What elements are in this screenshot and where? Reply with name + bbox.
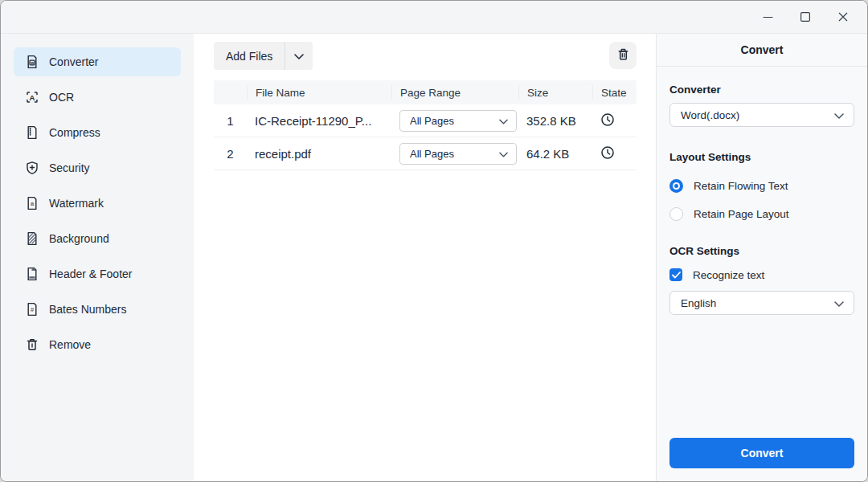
table-row[interactable]: 1 IC-Receipt-11290_P... All Pages 352.8 … [214,104,637,137]
header-page-range: Page Range [391,85,518,100]
chevron-down-icon [499,148,508,160]
row-file-name: receipt.pdf [247,147,391,161]
chevron-down-icon [834,109,844,121]
svg-text:A: A [30,93,35,102]
header-index [214,85,247,100]
converter-format-select[interactable]: Word(.docx) [669,103,854,127]
app-window: w Converter A OCR Compress S [0,0,868,482]
row-page-range-cell: All Pages [391,143,518,165]
sidebar-item-header-footer[interactable]: Header & Footer [14,259,181,288]
radio-label: Retain Page Layout [694,208,789,220]
row-size: 64.2 KB [518,147,592,161]
radio-unselected-icon[interactable] [669,207,683,221]
file-table: File Name Page Range Size State 1 IC-Rec… [214,80,637,170]
add-files-menu-arrow[interactable] [285,42,313,70]
page-range-select[interactable]: All Pages [399,110,517,132]
background-document-icon [24,231,40,247]
close-icon [838,12,848,22]
file-table-header: File Name Page Range Size State [214,80,637,104]
pending-clock-icon [600,145,615,162]
row-file-name: IC-Receipt-11290_P... [247,114,391,128]
sidebar-item-label: Security [49,161,90,174]
sidebar-item-watermark[interactable]: a Watermark [14,189,181,218]
sidebar-item-label: OCR [49,91,74,104]
minimize-icon [763,12,773,22]
recognize-text-label: Recognize text [693,269,764,281]
sidebar-item-security[interactable]: Security [14,153,181,182]
maximize-icon [800,12,810,22]
row-page-range-cell: All Pages [391,110,518,132]
radio-retain-page-layout[interactable]: Retain Page Layout [669,207,854,221]
svg-text:w: w [30,60,35,65]
trash-icon [24,337,40,353]
word-document-icon: w [24,54,40,70]
page-range-value: All Pages [410,115,454,127]
row-size: 352.8 KB [518,114,592,128]
file-list-area: Add Files File Name [194,34,656,482]
row-index: 2 [214,147,247,161]
convert-button[interactable]: Convert [669,438,854,468]
sidebar-item-label: Compress [49,126,100,139]
titlebar [1,1,867,34]
sidebar-item-compress[interactable]: Compress [14,118,181,147]
chevron-down-icon [499,115,508,127]
row-state [592,145,637,162]
chevron-down-icon [294,50,304,62]
close-button[interactable] [829,5,857,29]
converter-section-label: Converter [669,84,854,96]
panel-title: Convert [657,34,867,67]
header-footer-document-icon [24,266,40,282]
add-files-split-button[interactable]: Add Files [214,42,313,70]
pending-clock-icon [600,112,615,129]
watermark-document-icon: a [24,195,40,211]
ocr-language-value: English [681,297,716,309]
row-state [592,112,637,129]
sidebar-item-label: Watermark [49,197,104,210]
sidebar-item-label: Header & Footer [49,268,133,280]
table-row[interactable]: 2 receipt.pdf All Pages 64.2 KB [214,137,637,170]
sidebar-item-label: Remove [49,338,91,351]
sidebar-item-converter[interactable]: w Converter [14,47,181,76]
zip-document-icon [24,125,40,141]
sidebar-item-background[interactable]: Background [14,224,181,253]
header-file-name: File Name [247,85,391,100]
sidebar-item-bates-numbers[interactable]: # Bates Numbers [14,295,181,324]
sidebar: w Converter A OCR Compress S [1,34,194,482]
convert-settings-panel: Convert Converter Word(.docx) Layout Set… [656,34,867,482]
delete-files-button[interactable] [609,42,637,69]
ocr-language-select[interactable]: English [669,291,854,315]
maximize-button[interactable] [792,5,819,29]
add-files-label[interactable]: Add Files [214,42,285,70]
svg-text:#: # [31,306,35,313]
sidebar-item-ocr[interactable]: A OCR [14,83,181,112]
radio-label: Retain Flowing Text [694,180,788,192]
shield-plus-icon [24,160,40,176]
row-index: 1 [214,114,247,128]
chevron-down-icon [834,297,844,309]
radio-selected-icon[interactable] [669,179,683,193]
svg-text:a: a [31,200,35,207]
radio-retain-flowing-text[interactable]: Retain Flowing Text [669,179,854,193]
page-range-value: All Pages [410,148,454,160]
header-size: Size [518,85,592,100]
sidebar-item-label: Bates Numbers [49,303,126,316]
sidebar-item-label: Converter [49,55,98,68]
page-range-select[interactable]: All Pages [399,143,517,165]
sidebar-item-label: Background [49,232,109,245]
ocr-settings-label: OCR Settings [669,245,854,257]
trash-icon [616,47,631,64]
recognize-text-option[interactable]: Recognize text [669,268,854,281]
minimize-button[interactable] [754,5,781,29]
file-toolbar: Add Files [194,34,656,70]
header-state: State [592,85,637,100]
checkbox-checked-icon[interactable] [669,268,682,281]
bates-numbers-document-icon: # [24,301,40,317]
layout-settings-label: Layout Settings [669,151,854,163]
ocr-scan-icon: A [24,89,40,105]
converter-format-value: Word(.docx) [681,109,739,121]
sidebar-item-remove[interactable]: Remove [14,330,181,359]
